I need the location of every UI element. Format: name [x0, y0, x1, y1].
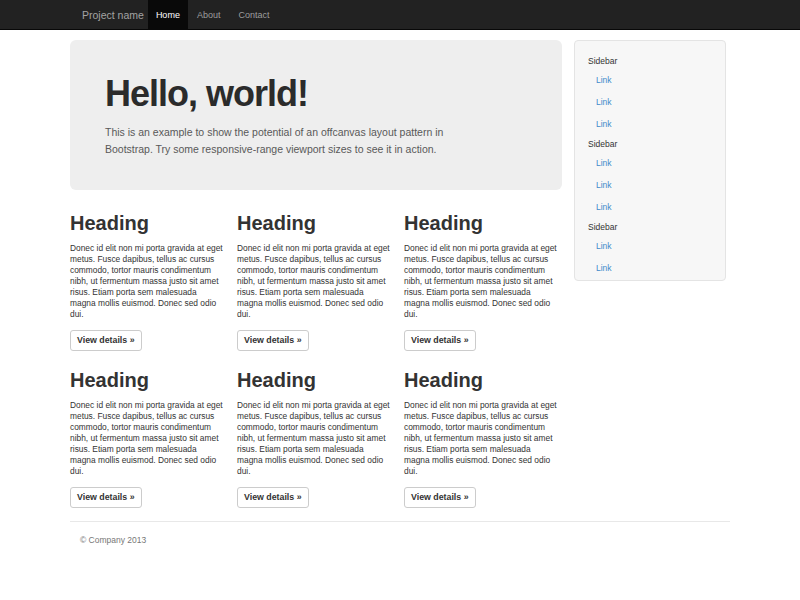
sidebar-link[interactable]: Link: [575, 175, 725, 197]
content-column: Hello, world! This is an example to show…: [70, 40, 562, 508]
sidebar-link[interactable]: Link: [575, 92, 725, 114]
sidebar-link[interactable]: Link: [575, 197, 725, 219]
card-body: Donec id elit non mi porta gravida at eg…: [70, 400, 224, 477]
card-body: Donec id elit non mi porta gravida at eg…: [404, 400, 558, 477]
card-body: Donec id elit non mi porta gravida at eg…: [70, 243, 224, 320]
sidebar-link[interactable]: Link: [575, 153, 725, 175]
nav-item-contact[interactable]: Contact: [229, 0, 278, 30]
view-details-button[interactable]: View details »: [70, 330, 142, 351]
view-details-button[interactable]: View details »: [404, 330, 476, 351]
navbar-brand[interactable]: Project name: [70, 0, 148, 30]
card-heading: Heading: [237, 369, 391, 392]
card-heading: Heading: [404, 212, 558, 235]
page-container: Hello, world! This is an example to show…: [70, 40, 730, 545]
sidebar-group: Sidebar Link Link Link: [575, 53, 725, 136]
cards-row-2: Heading Donec id elit non mi porta gravi…: [70, 369, 562, 508]
card: Heading Donec id elit non mi porta gravi…: [404, 212, 558, 351]
view-details-button[interactable]: View details »: [404, 487, 476, 508]
card-body: Donec id elit non mi porta gravida at eg…: [404, 243, 558, 320]
sidebar: Sidebar Link Link Link Sidebar Link Link…: [574, 40, 726, 281]
nav-item-home[interactable]: Home: [148, 0, 188, 30]
sidebar-group: Sidebar Link Link Link: [575, 136, 725, 219]
sidebar-group-title: Sidebar: [575, 219, 725, 236]
card-heading: Heading: [70, 369, 224, 392]
card-heading: Heading: [404, 369, 558, 392]
card-heading: Heading: [237, 212, 391, 235]
sidebar-column: Sidebar Link Link Link Sidebar Link Link…: [574, 40, 730, 508]
cards-row-1: Heading Donec id elit non mi porta gravi…: [70, 212, 562, 351]
sidebar-link[interactable]: Link: [575, 258, 725, 280]
sidebar-link[interactable]: Link: [575, 236, 725, 258]
jumbotron-title: Hello, world!: [105, 76, 527, 112]
sidebar-group-title: Sidebar: [575, 53, 725, 70]
card: Heading Donec id elit non mi porta gravi…: [237, 212, 391, 351]
navbar: Project name Home About Contact: [0, 0, 800, 30]
navbar-inner: Project name Home About Contact: [70, 0, 730, 30]
card: Heading Donec id elit non mi porta gravi…: [237, 369, 391, 508]
sidebar-link[interactable]: Link: [575, 70, 725, 92]
card-heading: Heading: [70, 212, 224, 235]
sidebar-group: Sidebar Link Link: [575, 219, 725, 280]
jumbotron-description: This is an example to show the potential…: [105, 124, 507, 158]
card: Heading Donec id elit non mi porta gravi…: [404, 369, 558, 508]
copyright-text: © Company 2013: [80, 535, 730, 545]
card: Heading Donec id elit non mi porta gravi…: [70, 369, 224, 508]
card-body: Donec id elit non mi porta gravida at eg…: [237, 243, 391, 320]
view-details-button[interactable]: View details »: [70, 487, 142, 508]
sidebar-link[interactable]: Link: [575, 114, 725, 136]
main-row: Hello, world! This is an example to show…: [70, 40, 730, 508]
view-details-button[interactable]: View details »: [237, 487, 309, 508]
nav-item-about[interactable]: About: [188, 0, 230, 30]
footer: © Company 2013: [70, 521, 730, 545]
view-details-button[interactable]: View details »: [237, 330, 309, 351]
sidebar-group-title: Sidebar: [575, 136, 725, 153]
card-body: Donec id elit non mi porta gravida at eg…: [237, 400, 391, 477]
card: Heading Donec id elit non mi porta gravi…: [70, 212, 224, 351]
navbar-menu: Home About Contact: [148, 0, 279, 30]
jumbotron: Hello, world! This is an example to show…: [70, 40, 562, 190]
